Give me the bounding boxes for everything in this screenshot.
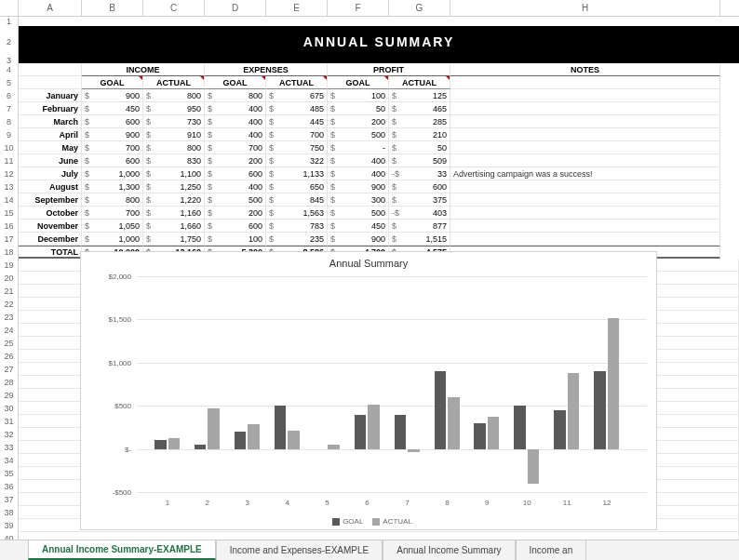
tab-annual-income-summary[interactable]: Annual Income Summary (383, 540, 515, 560)
row-header[interactable]: 7 (0, 102, 19, 115)
data-cell[interactable]: $200 (328, 115, 389, 128)
data-cell[interactable]: $900 (328, 180, 389, 193)
row-header[interactable]: 19 (0, 259, 19, 272)
data-cell[interactable]: $800 (143, 141, 205, 154)
notes-cell[interactable] (450, 154, 720, 167)
data-cell[interactable]: $500 (328, 207, 389, 220)
row-header[interactable]: 12 (0, 167, 19, 180)
row-header[interactable]: 37 (0, 493, 19, 506)
tab-annual-income-summary-example[interactable]: Annual Income Summary-EXAMPLE (28, 540, 216, 560)
row-header[interactable]: 6 (0, 89, 19, 102)
data-cell[interactable]: $100 (328, 89, 389, 102)
row-header[interactable]: 18 (0, 246, 19, 259)
month-label[interactable]: October (19, 207, 82, 220)
row-header[interactable]: 23 (0, 311, 19, 324)
tab-income-truncated[interactable]: Income an (516, 540, 587, 560)
col-header[interactable]: A (19, 0, 82, 16)
row-header[interactable]: 1 (0, 17, 19, 26)
row-header[interactable]: 39 (0, 519, 19, 532)
sub-header[interactable]: GOAL (205, 76, 266, 89)
data-cell[interactable]: $1,750 (143, 233, 205, 246)
data-cell[interactable]: $285 (389, 115, 450, 128)
row-header[interactable]: 26 (0, 350, 19, 363)
data-cell[interactable]: $800 (205, 89, 266, 102)
row-header[interactable]: 2 (0, 26, 19, 58)
row-header[interactable]: 8 (0, 115, 19, 128)
row-header[interactable]: 28 (0, 376, 19, 389)
row-header[interactable]: 13 (0, 180, 19, 193)
month-label[interactable]: December (19, 233, 82, 246)
row-header[interactable]: 36 (0, 480, 19, 493)
notes-cell[interactable] (450, 89, 720, 102)
data-cell[interactable]: $500 (328, 128, 389, 141)
data-cell[interactable]: $400 (205, 128, 266, 141)
row-header[interactable]: 10 (0, 141, 19, 154)
data-cell[interactable]: $1,100 (143, 167, 205, 180)
row-header[interactable]: 20 (0, 272, 19, 285)
data-cell[interactable]: $1,133 (266, 167, 328, 180)
data-cell[interactable]: $877 (389, 220, 450, 233)
row-header[interactable]: 27 (0, 363, 19, 376)
data-cell[interactable]: $950 (143, 102, 205, 115)
row-header[interactable]: 4 (0, 63, 19, 76)
notes-cell[interactable] (450, 207, 720, 220)
data-cell[interactable]: $800 (82, 193, 143, 207)
sub-header[interactable]: GOAL (328, 76, 389, 89)
data-cell[interactable]: $900 (82, 128, 143, 141)
data-cell[interactable]: $600 (82, 115, 143, 128)
data-cell[interactable]: $650 (266, 180, 328, 193)
col-header[interactable]: H (450, 0, 720, 16)
data-cell[interactable]: $910 (143, 128, 205, 141)
row-header[interactable]: 24 (0, 324, 19, 337)
row-header[interactable]: 5 (0, 76, 19, 89)
data-cell[interactable]: $375 (389, 193, 450, 207)
data-cell[interactable]: $1,300 (82, 180, 143, 193)
notes-cell[interactable] (450, 115, 720, 128)
data-cell[interactable]: $1,563 (266, 207, 328, 220)
data-cell[interactable]: $600 (205, 167, 266, 180)
row-header[interactable]: 11 (0, 154, 19, 167)
data-cell[interactable]: $800 (143, 89, 205, 102)
data-cell[interactable]: $730 (143, 115, 205, 128)
data-cell[interactable]: $500 (205, 193, 266, 207)
data-cell[interactable]: -$403 (389, 207, 450, 220)
month-label[interactable]: May (19, 141, 82, 154)
notes-cell[interactable] (450, 180, 720, 193)
row-header[interactable]: 34 (0, 454, 19, 467)
data-cell[interactable]: $445 (266, 115, 328, 128)
col-header[interactable]: C (143, 0, 205, 16)
row-header[interactable]: 15 (0, 207, 19, 220)
data-cell[interactable]: $900 (328, 233, 389, 246)
col-header[interactable]: D (205, 0, 266, 16)
data-cell[interactable]: $210 (389, 128, 450, 141)
data-cell[interactable]: $750 (266, 141, 328, 154)
row-header[interactable]: 38 (0, 506, 19, 519)
row-header[interactable]: 22 (0, 298, 19, 311)
sub-header[interactable]: ACTUAL (143, 76, 205, 89)
row-header[interactable]: 16 (0, 220, 19, 233)
row-header[interactable]: 21 (0, 285, 19, 298)
group-header-expenses[interactable]: EXPENSES (205, 63, 328, 76)
notes-cell[interactable] (450, 141, 720, 154)
data-cell[interactable]: $322 (266, 154, 328, 167)
sub-header[interactable]: ACTUAL (266, 76, 328, 89)
data-cell[interactable]: $200 (205, 207, 266, 220)
data-cell[interactable]: $509 (389, 154, 450, 167)
sub-header[interactable]: GOAL (82, 76, 143, 89)
data-cell[interactable]: $400 (205, 115, 266, 128)
month-label[interactable]: June (19, 154, 82, 167)
notes-cell[interactable] (450, 102, 720, 115)
data-cell[interactable]: $100 (205, 233, 266, 246)
data-cell[interactable]: $300 (328, 193, 389, 207)
row-header[interactable]: 33 (0, 441, 19, 454)
notes-cell[interactable] (450, 233, 720, 246)
notes-cell[interactable] (450, 128, 720, 141)
data-cell[interactable]: $783 (266, 220, 328, 233)
data-cell[interactable]: $900 (82, 89, 143, 102)
row-header[interactable]: 9 (0, 128, 19, 141)
month-label[interactable]: February (19, 102, 82, 115)
data-cell[interactable]: $125 (389, 89, 450, 102)
data-cell[interactable]: $600 (205, 220, 266, 233)
data-cell[interactable]: $400 (328, 167, 389, 180)
data-cell[interactable]: $700 (82, 141, 143, 154)
